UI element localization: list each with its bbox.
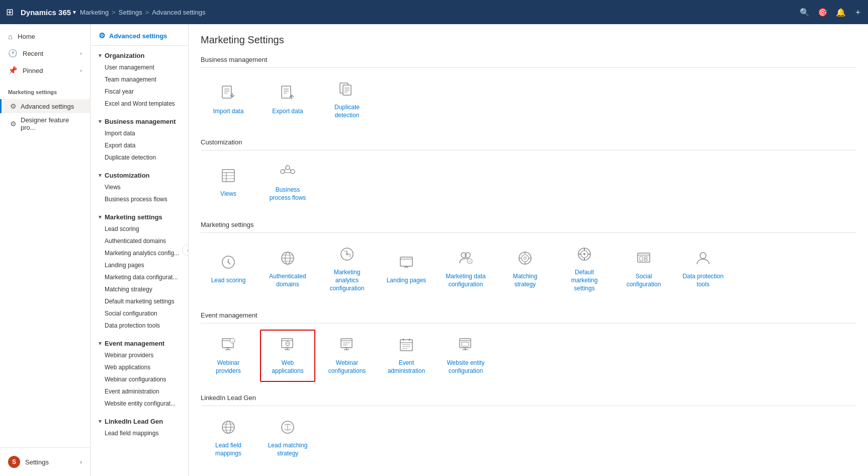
nav-group-mktg-header[interactable]: ▾ Marketing settings: [91, 209, 188, 223]
card-import-data[interactable]: Import data: [201, 74, 256, 126]
nav-item-mktg-analytics[interactable]: Marketing analytics config...: [91, 247, 188, 259]
nav-item-export-data[interactable]: Export data: [91, 139, 188, 151]
svg-rect-59: [644, 257, 647, 258]
nav-item-lead-field-mappings[interactable]: Lead field mappings: [91, 427, 188, 439]
card-data-protection[interactable]: Data protection tools: [675, 239, 731, 299]
card-default-marketing[interactable]: Default marketing settings: [557, 239, 612, 299]
section-linkedin-lead-gen: LinkedIn Lead Gen Lead field mappings: [201, 394, 856, 464]
nav-group-business-header[interactable]: ▾ Business management: [91, 114, 188, 127]
nav-item-excel-word[interactable]: Excel and Word templates: [91, 98, 188, 110]
card-website-entity[interactable]: Website entity configuration: [438, 330, 493, 382]
website-entity-icon: [458, 337, 474, 355]
card-webinar-providers[interactable]: ✓ Webinar providers: [201, 330, 256, 382]
svg-point-43: [522, 255, 529, 262]
notification-icon[interactable]: 🔔: [836, 8, 846, 17]
nav-item-social-config[interactable]: Social configuration: [91, 307, 188, 320]
duplicate-detection-icon: [339, 81, 355, 100]
nav-item-auth-domains[interactable]: Authenticated domains: [91, 235, 188, 247]
mktg-analytics-icon: [339, 246, 355, 265]
mktg-analytics-label: Marketing analytics configuration: [324, 269, 370, 292]
breadcrumb-module[interactable]: Marketing: [80, 9, 109, 16]
nav-panel-header: ⚙ Advanced settings: [91, 24, 188, 46]
search-icon[interactable]: 🔍: [800, 8, 810, 17]
sidebar-advanced-settings[interactable]: ⚙ Advanced settings: [0, 99, 90, 113]
nav-group-custom-header[interactable]: ▾ Customization: [91, 168, 188, 181]
designer-feature-label: Designer feature pro...: [21, 116, 82, 131]
nav-item-dup-detection[interactable]: Duplicate detection: [91, 151, 188, 164]
advanced-settings-label: Advanced settings: [21, 103, 74, 110]
pinned-chevron: ›: [80, 67, 82, 73]
nav-item-user-management[interactable]: User management: [91, 61, 188, 73]
nav-group-event-header[interactable]: ▾ Event management: [91, 336, 188, 349]
waffle-icon[interactable]: ⊞: [6, 7, 14, 18]
card-web-applications[interactable]: Web applications: [260, 330, 315, 382]
nav-item-web-apps[interactable]: Web applications: [91, 361, 188, 373]
card-event-administration[interactable]: Event administration: [379, 330, 434, 382]
card-export-data[interactable]: Export data: [260, 74, 315, 126]
target-icon[interactable]: 🎯: [818, 8, 828, 17]
card-views[interactable]: Views: [201, 156, 256, 209]
card-lead-matching-strategy[interactable]: Lead matching strategy: [260, 412, 315, 464]
svg-rect-58: [640, 257, 643, 261]
nav-item-website-entity[interactable]: Website entity configurat...: [91, 398, 188, 410]
svg-rect-0: [222, 86, 231, 98]
sidebar-home-label: Home: [18, 33, 35, 40]
bpf-icon: [280, 164, 296, 182]
nav-item-landing-pages[interactable]: Landing pages: [91, 259, 188, 271]
card-marketing-data[interactable]: Marketing data configuration: [438, 239, 493, 299]
card-matching-strategy[interactable]: Matching strategy: [497, 239, 553, 299]
nav-item-bpf[interactable]: Business process flows: [91, 193, 188, 205]
svg-rect-96: [462, 342, 469, 346]
nav-icons: 🔍 🎯 🔔 ＋: [800, 7, 862, 18]
custom-chevron: ▾: [99, 172, 102, 179]
sidebar-item-pinned[interactable]: 📌 Pinned ›: [0, 62, 90, 79]
nav-group-linkedin-header[interactable]: ▾ LinkedIn Lead Gen: [91, 414, 188, 427]
event-chevron: ▾: [99, 340, 102, 347]
nav-item-import-data[interactable]: Import data: [91, 127, 188, 139]
marketing-data-label: Marketing data configuration: [443, 273, 488, 288]
views-label: Views: [220, 190, 236, 198]
app-name[interactable]: Dynamics 365 ▾: [21, 8, 76, 17]
nav-item-fiscal-year[interactable]: Fiscal year: [91, 86, 188, 98]
section-marketing-settings: Marketing settings Lead scoring: [201, 221, 856, 299]
nav-item-views[interactable]: Views: [91, 181, 188, 193]
nav-item-data-protection[interactable]: Data protection tools: [91, 320, 188, 332]
card-marketing-analytics[interactable]: Marketing analytics configuration: [319, 239, 375, 299]
svg-point-44: [524, 257, 527, 260]
nav-item-lead-scoring[interactable]: Lead scoring: [91, 223, 188, 235]
sidebar-designer-feature[interactable]: ⚙ Designer feature pro...: [0, 113, 90, 134]
add-icon[interactable]: ＋: [854, 7, 862, 18]
sidebar-settings-footer[interactable]: S Settings ›: [0, 452, 90, 472]
import-data-label: Import data: [213, 108, 244, 116]
section-title-business-management: Business management: [201, 56, 856, 68]
card-landing-pages[interactable]: Landing pages: [379, 239, 434, 299]
card-webinar-configurations[interactable]: Webinar configurations: [319, 330, 375, 382]
breadcrumb-settings[interactable]: Settings: [119, 9, 142, 16]
webinar-providers-label: Webinar providers: [206, 359, 251, 375]
section-title-customization: Customization: [201, 138, 856, 150]
card-lead-field-mappings[interactable]: Lead field mappings: [201, 412, 256, 464]
sidebar-item-recent[interactable]: 🕐 Recent ›: [0, 45, 90, 62]
nav-item-team-management[interactable]: Team management: [91, 73, 188, 86]
svg-rect-84: [400, 340, 412, 351]
sidebar-item-home[interactable]: ⌂ Home: [0, 28, 90, 45]
nav-item-matching-strategy[interactable]: Matching strategy: [91, 283, 188, 295]
mktg-chevron: ▾: [99, 214, 102, 220]
recent-chevron: ›: [80, 50, 82, 56]
nav-item-event-admin[interactable]: Event administration: [91, 385, 188, 398]
nav-item-default-mktg[interactable]: Default marketing settings: [91, 295, 188, 307]
svg-rect-35: [400, 257, 412, 266]
card-social-configuration[interactable]: Social configuration: [616, 239, 671, 299]
web-apps-label: Web applications: [265, 359, 310, 375]
card-lead-scoring[interactable]: Lead scoring: [201, 239, 256, 299]
views-icon: [220, 168, 236, 186]
nav-group-organization-header[interactable]: ▾ Organization: [91, 48, 188, 61]
lead-field-mappings-icon: [220, 419, 236, 438]
card-duplicate-detection[interactable]: Duplicate detection: [319, 74, 375, 126]
nav-item-mktg-data[interactable]: Marketing data configurat...: [91, 271, 188, 283]
nav-item-webinar-configs[interactable]: Webinar configurations: [91, 373, 188, 385]
card-authenticated-domains[interactable]: Authenticated domains: [260, 239, 315, 299]
linkedin-chevron: ▾: [99, 418, 102, 425]
nav-item-webinar-providers[interactable]: Webinar providers: [91, 349, 188, 361]
card-business-process-flows[interactable]: Business process flows: [260, 156, 315, 209]
